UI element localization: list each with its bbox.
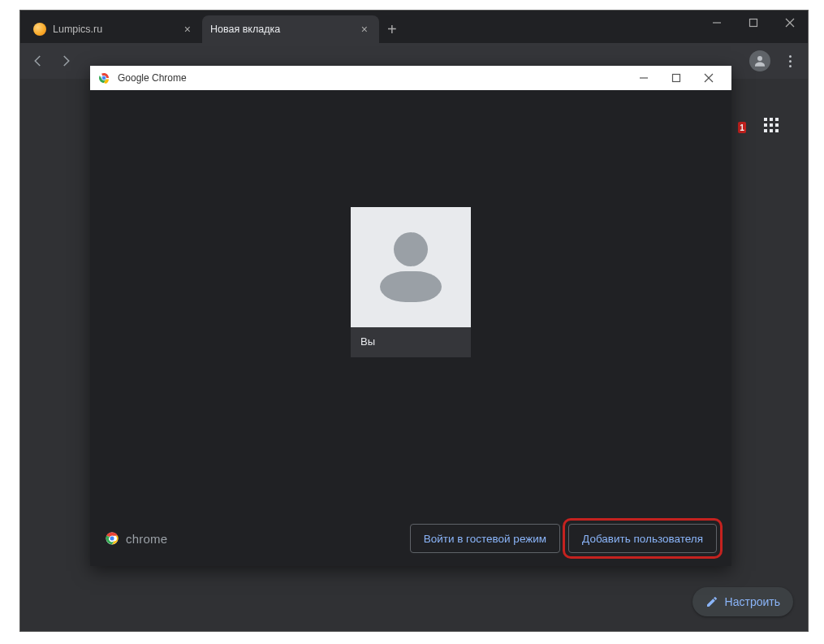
dialog-maximize-button[interactable] xyxy=(660,66,692,90)
apps-grid-icon[interactable] xyxy=(764,118,779,132)
profile-avatar-button[interactable] xyxy=(749,50,770,71)
tab-title: Lumpics.ru xyxy=(53,24,175,35)
close-tab-icon[interactable]: × xyxy=(358,23,371,36)
dialog-window-controls xyxy=(628,66,725,90)
profile-manager-dialog: Google Chrome Вы xyxy=(90,66,731,566)
window-controls xyxy=(698,11,808,35)
notification-badge: 1 xyxy=(738,122,746,133)
profile-card[interactable]: Вы xyxy=(351,207,471,357)
dialog-titlebar[interactable]: Google Chrome xyxy=(90,66,731,90)
dialog-footer: chrome Войти в гостевой режим Добавить п… xyxy=(105,524,717,553)
dialog-body: Вы chrome xyxy=(90,90,731,566)
guest-mode-label: Войти в гостевой режим xyxy=(424,533,546,545)
svg-rect-1 xyxy=(749,19,757,27)
dialog-close-button[interactable] xyxy=(692,66,725,90)
guest-mode-button[interactable]: Войти в гостевой режим xyxy=(410,524,560,553)
svg-rect-9 xyxy=(673,75,680,82)
tab-newtab[interactable]: Новая вкладка × xyxy=(202,15,379,43)
chrome-menu-button[interactable] xyxy=(779,50,801,72)
maximize-button[interactable] xyxy=(735,11,771,35)
customize-button[interactable]: Настроить xyxy=(692,587,793,616)
tab-title: Новая вкладка xyxy=(210,24,352,35)
pencil-icon xyxy=(705,595,718,608)
browser-window: Lumpics.ru × Новая вкладка × + xyxy=(19,10,809,632)
customize-label: Настроить xyxy=(725,595,780,608)
profile-name: Вы xyxy=(351,327,471,357)
chrome-icon xyxy=(97,71,111,85)
chrome-brand: chrome xyxy=(105,531,167,546)
favicon-lumpics xyxy=(33,23,46,36)
dialog-title: Google Chrome xyxy=(118,72,628,84)
forward-button[interactable] xyxy=(54,50,77,72)
dialog-minimize-button[interactable] xyxy=(628,66,660,90)
new-tab-button[interactable]: + xyxy=(379,20,405,39)
tab-lumpics[interactable]: Lumpics.ru × xyxy=(25,15,202,43)
add-user-button[interactable]: Добавить пользователя xyxy=(568,524,717,553)
chrome-wordmark: chrome xyxy=(126,532,167,546)
tab-strip: Lumpics.ru × Новая вкладка × + xyxy=(20,11,808,43)
close-window-button[interactable] xyxy=(771,11,808,35)
close-tab-icon[interactable]: × xyxy=(181,23,194,36)
svg-point-4 xyxy=(757,56,762,61)
chrome-logo-icon xyxy=(105,531,119,546)
add-user-label: Добавить пользователя xyxy=(582,533,703,545)
minimize-button[interactable] xyxy=(698,11,735,35)
back-button[interactable] xyxy=(27,50,50,72)
profile-avatar-icon xyxy=(351,207,471,327)
